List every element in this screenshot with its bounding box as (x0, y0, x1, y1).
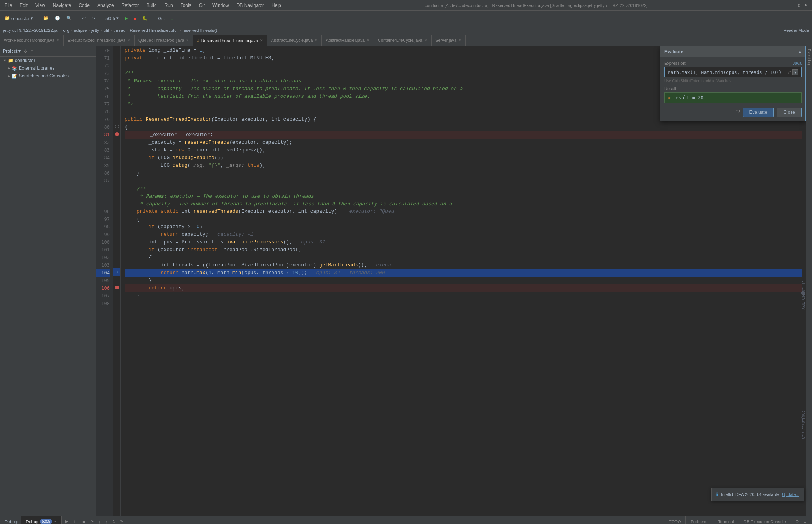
sidebar-layout-btn[interactable]: ≡ (30, 48, 35, 54)
menu-build[interactable]: Build (145, 2, 158, 9)
project-selector[interactable]: 📁 conductor ▾ (2, 15, 35, 22)
breadcrumb-util[interactable]: util (104, 28, 109, 33)
tab-close-icon[interactable]: ✕ (367, 38, 370, 42)
close-button[interactable]: × (804, 3, 809, 8)
close-evaluate-button[interactable]: Close (777, 108, 802, 117)
line-num-79: 79 (96, 116, 110, 123)
tab-work-resource-monitor[interactable]: WorkResourceMonitor.java ✕ (0, 35, 64, 46)
tab-close-icon[interactable]: ✕ (315, 38, 318, 42)
git-push[interactable]: ↑ (177, 15, 184, 22)
git-pull[interactable]: ↓ (169, 15, 176, 22)
menu-edit[interactable]: Edit (18, 2, 29, 9)
debug-evaluate-btn[interactable]: ✎ (118, 518, 125, 524)
menu-tools[interactable]: Tools (179, 2, 193, 9)
breadcrumb-jar[interactable]: jetty-util-9.4.22.v20191022.jar (3, 28, 59, 33)
menu-code[interactable]: Code (77, 2, 91, 9)
line-num-98: 98 (96, 223, 110, 231)
tree-item-scratches[interactable]: ▶ 📝 Scratches and Consoles (0, 72, 96, 80)
evaluate-button[interactable]: Evaluate (743, 108, 774, 117)
run-button[interactable]: ▶ (122, 15, 130, 22)
stop-button[interactable]: ■ (132, 15, 139, 22)
toolbar-undo[interactable]: ↩ (80, 15, 88, 22)
debug-resume-btn[interactable]: ▶ (63, 518, 70, 524)
toolbar-open-file[interactable]: 📂 (41, 15, 51, 22)
gutter-73 (113, 69, 120, 77)
tab-container-lifecycle[interactable]: ContainerLifeCycle.java ✕ (374, 35, 432, 46)
tree-item-conductor[interactable]: ▼ 📁 conductor (0, 57, 96, 64)
line-num-100: 100 (96, 238, 110, 246)
tab-close-icon[interactable]: ✕ (186, 38, 189, 42)
problems-tab-label: Problems (690, 519, 708, 524)
tab-close-icon[interactable]: ✕ (127, 38, 130, 42)
maximize-button[interactable]: □ (797, 3, 802, 8)
expand-expression-btn[interactable]: ⤢ (787, 70, 791, 75)
menu-help[interactable]: Help (270, 2, 283, 9)
debug-step-into-btn[interactable]: ↓ (97, 518, 103, 524)
code-line-88-95-1: /** (125, 185, 802, 192)
expand-arrow: ▶ (8, 74, 10, 78)
breadcrumb-eclipse[interactable]: eclipse (74, 28, 87, 33)
debug-step-over-btn[interactable]: ↷ (88, 518, 96, 524)
menu-window[interactable]: Window (211, 2, 231, 9)
evaluate-close-x[interactable]: × (799, 49, 802, 55)
breadcrumb-jetty[interactable]: jetty (91, 28, 99, 33)
bottom-tab-terminal[interactable]: Terminal (713, 516, 739, 524)
menu-view[interactable]: View (34, 2, 47, 9)
tab-close-icon[interactable]: ✕ (458, 38, 461, 42)
tree-item-external-libs[interactable]: ▶ 📚 External Libraries (0, 64, 96, 72)
gutter-83 (113, 146, 120, 153)
evaluate-help-btn[interactable]: ? (736, 109, 740, 116)
event-log-vertical-tab[interactable]: Event Log (807, 49, 811, 66)
evaluate-title-text: Evaluate (664, 49, 683, 54)
expression-dropdown-btn[interactable]: ▾ (792, 69, 798, 75)
tab-close-icon[interactable]: ✕ (260, 39, 263, 43)
debug-pause-btn[interactable]: ⏸ (71, 518, 79, 524)
right-ruler-text: -1,q=0][NO_TRY (801, 281, 805, 310)
tab-close-icon[interactable]: ✕ (56, 38, 59, 42)
bottom-tab-todo[interactable]: TODO (664, 516, 686, 524)
bottom-layout-btn[interactable]: ≡ (802, 519, 808, 524)
breadcrumb-method[interactable]: reservedThreads() (183, 28, 217, 33)
tab-label: Server.java (435, 38, 456, 43)
toolbar-search[interactable]: 🔍 (64, 15, 74, 22)
notification-update-link[interactable]: Update... (782, 492, 799, 497)
reader-mode-toggle[interactable]: Reader Mode (783, 28, 809, 33)
code-line-82: _capacity = reservedThreads(executor, ca… (125, 139, 802, 146)
expand-arrow: ▶ (8, 66, 10, 70)
bottom-tab-db-execution[interactable]: DB Execution Console (739, 516, 791, 524)
menu-refactor[interactable]: Refactor (120, 2, 140, 9)
breadcrumb-thread[interactable]: thread (114, 28, 125, 33)
tab-executor-sized[interactable]: ExecutorSizedThreadPool.java ✕ (64, 35, 135, 46)
breadcrumb-class[interactable]: ReservedThreadExecutor (130, 28, 178, 33)
tab-abstract-handler[interactable]: AbstractHandler.java ✕ (322, 35, 374, 46)
tab-queued-thread-pool[interactable]: QueuedThreadPool.java ✕ (135, 35, 193, 46)
bottom-tab-debug[interactable]: Debug 5005 ✕ (21, 516, 62, 524)
code-editor[interactable]: 70 71 72 73 74 75 76 77 78 79 80 81 82 8… (96, 46, 806, 516)
debug-tab-close[interactable]: ✕ (54, 520, 57, 524)
expression-input-display[interactable]: Math.max(1, Math.min(cpus, threads / 10)… (664, 67, 802, 77)
menu-run[interactable]: Run (163, 2, 175, 9)
tab-close-icon[interactable]: ✕ (424, 38, 427, 42)
menu-file[interactable]: File (3, 2, 13, 9)
debug-stop-btn[interactable]: ■ (81, 518, 87, 524)
tab-server[interactable]: Server.java ✕ (432, 35, 466, 46)
menu-db-navigator[interactable]: DB Navigator (235, 2, 265, 9)
minimize-button[interactable]: − (790, 3, 795, 8)
menu-analyze[interactable]: Analyze (96, 2, 115, 9)
toolbar-recent[interactable]: 🕐 (53, 15, 63, 22)
gutter-86 (113, 169, 120, 176)
run-config-selector[interactable]: 5055 ▾ (103, 15, 120, 22)
tab-reserved-executor[interactable]: J ReservedThreadExecutor.java ✕ (193, 35, 267, 46)
breadcrumb-org[interactable]: org (63, 28, 69, 33)
menu-git[interactable]: Git (198, 2, 206, 9)
toolbar-redo[interactable]: ↪ (89, 15, 97, 22)
bottom-tab-problems[interactable]: Problems (686, 516, 713, 524)
git-btn[interactable]: Git: (156, 15, 167, 22)
sidebar-gear-btn[interactable]: ⚙ (22, 48, 29, 54)
debug-step-out-btn[interactable]: ↑ (104, 518, 110, 524)
debug-button[interactable]: 🐛 (140, 15, 150, 22)
bottom-settings-btn[interactable]: ⚙ (793, 518, 801, 524)
menu-navigate[interactable]: Navigate (51, 2, 72, 9)
debug-run-to-cursor-btn[interactable]: ⤵ (111, 518, 117, 524)
tab-abstract-lifecycle[interactable]: AbstractLifeCycle.java ✕ (267, 35, 322, 46)
